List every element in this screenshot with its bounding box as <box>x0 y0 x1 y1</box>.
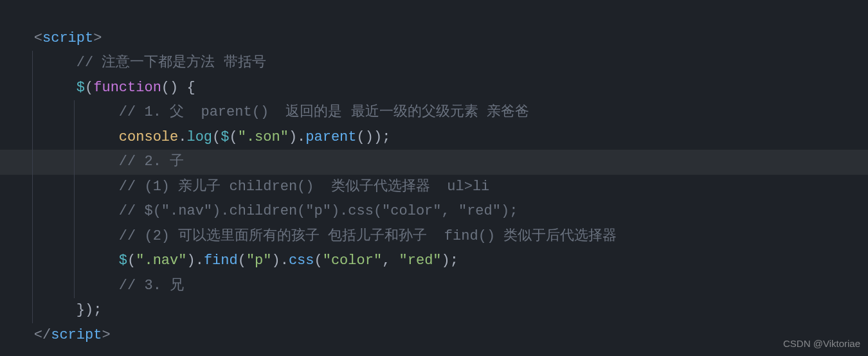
string-literal: "p" <box>246 253 272 269</box>
watermark: CSDN @Viktoriae <box>783 335 860 352</box>
paren-open: ( <box>85 80 93 96</box>
code-line: // 1. 父 parent() 返回的是 最近一级的父级元素 亲爸爸 <box>0 100 868 125</box>
keyword-function: function <box>93 80 161 96</box>
code-line: // (1) 亲儿子 children() 类似子代选择器 ul>li <box>0 175 868 200</box>
tag-close-bracket: > <box>102 327 110 343</box>
code-line: $(".nav").find("p").css("color", "red"); <box>0 249 868 274</box>
comment: // 2. 子 <box>119 154 184 170</box>
tag-name: script <box>42 30 93 46</box>
code-line <box>0 1 868 26</box>
object-console: console <box>119 129 178 145</box>
method-find: find <box>204 253 238 269</box>
code-line: <script> <box>0 26 868 51</box>
comment: // 1. 父 parent() 返回的是 最近一级的父级元素 亲爸爸 <box>119 104 529 120</box>
closing-tag-fragment <box>34 5 60 21</box>
comment: // 3. 兄 <box>119 278 184 294</box>
comment: // (1) 亲儿子 children() 类似子代选择器 ul>li <box>119 179 489 195</box>
code-line-highlighted: // 2. 子 <box>0 150 868 175</box>
string-literal: "color" <box>323 253 382 269</box>
string-literal: "red" <box>399 253 442 269</box>
paren-brace: () { <box>161 80 195 96</box>
method-parent: parent <box>305 129 356 145</box>
string-literal: ".nav" <box>136 253 186 269</box>
code-line: // 3. 兄 <box>0 274 868 299</box>
code-editor[interactable]: <script> // 注意一下都是方法 带括号 $(function() { … <box>0 0 868 348</box>
method-css: css <box>289 253 314 269</box>
code-line: console.log($(".son").parent()); <box>0 125 868 150</box>
tag-open-bracket: </ <box>34 327 51 343</box>
code-line: $(function() { <box>0 76 868 101</box>
code-line: </script> <box>0 323 868 348</box>
string-literal: ".son" <box>238 129 289 145</box>
comment: // $(".nav").children("p").css("color", … <box>119 203 518 219</box>
code-line: // 注意一下都是方法 带括号 <box>0 51 868 76</box>
code-line: }); <box>0 298 868 323</box>
jquery-dollar: $ <box>77 80 85 96</box>
comment: // (2) 可以选里面所有的孩子 包括儿子和孙子 find() 类似于后代选择… <box>119 228 617 244</box>
code-line: // $(".nav").children("p").css("color", … <box>0 199 868 224</box>
tag-name: script <box>51 327 102 343</box>
tag-close-bracket: > <box>93 30 102 46</box>
closing-brace: }); <box>77 302 102 318</box>
tag-open-bracket: < <box>34 30 42 46</box>
method-log: log <box>186 129 212 145</box>
code-line: // (2) 可以选里面所有的孩子 包括儿子和孙子 find() 类似于后代选择… <box>0 224 868 249</box>
jquery-dollar: $ <box>221 129 229 145</box>
jquery-dollar: $ <box>119 253 127 269</box>
comment: // 注意一下都是方法 带括号 <box>77 55 266 71</box>
